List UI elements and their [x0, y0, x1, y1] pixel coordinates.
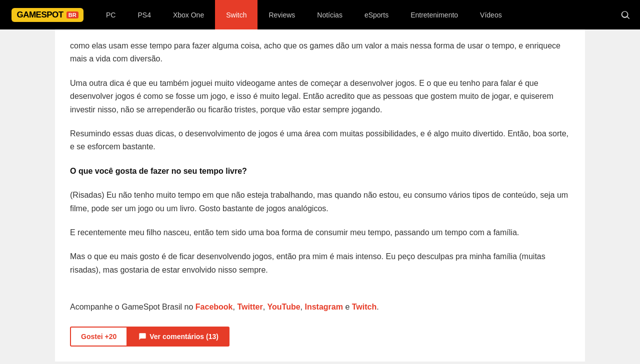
social-link-instagram[interactable]: Instagram — [305, 303, 343, 311]
logo-br-badge: BR — [66, 11, 78, 18]
article-paragraph: E recentemente meu filho nasceu, então t… — [70, 226, 570, 239]
comments-icon — [138, 333, 146, 341]
nav-item-ps4[interactable]: PS4 — [126, 0, 162, 29]
site-header: GAMESPOT BR PCPS4Xbox OneSwitchReviewsNo… — [0, 0, 640, 29]
social-link-twitter[interactable]: Twitter — [237, 303, 262, 311]
actions-bar: Gostei +20 Ver comentários (13) — [70, 327, 570, 362]
social-link-twitch[interactable]: Twitch — [352, 303, 376, 311]
social-links-section: Acompanhe o GameSpot Brasil no Facebook,… — [70, 303, 570, 312]
like-button[interactable]: Gostei +20 — [70, 327, 128, 347]
nav-item-xbox-one[interactable]: Xbox One — [162, 0, 215, 29]
logo-text: GAMESPOT — [16, 10, 63, 20]
article-paragraph: Uma outra dica é que eu também joguei mu… — [70, 77, 570, 116]
comments-button-label: Ver comentários (13) — [150, 333, 218, 341]
nav-item-entretenimento[interactable]: Entretenimento — [400, 0, 469, 29]
article-paragraph: Mas o que eu mais gosto é de ficar desen… — [70, 250, 570, 277]
nav-item-notícias[interactable]: Notícias — [306, 0, 354, 29]
main-nav: PCPS4Xbox OneSwitchReviewsNotíciaseSport… — [95, 0, 610, 29]
article-body: como elas usam esse tempo para fazer alg… — [70, 29, 570, 303]
article-paragraph: (Risadas) Eu não tenho muito tempo em qu… — [70, 189, 570, 215]
nav-item-pc[interactable]: PC — [95, 0, 126, 29]
logo[interactable]: GAMESPOT BR — [0, 0, 95, 29]
article-paragraph: Resumindo essas duas dicas, o desenvolvi… — [70, 127, 570, 154]
search-button[interactable] — [610, 0, 640, 29]
search-icon — [620, 9, 631, 20]
comments-button[interactable]: Ver comentários (13) — [128, 327, 230, 347]
question-paragraph: O que você gosta de fazer no seu tempo l… — [70, 165, 570, 178]
article-paragraph: como elas usam esse tempo para fazer alg… — [70, 39, 570, 66]
nav-item-vídeos[interactable]: Vídeos — [469, 0, 513, 29]
social-link-youtube[interactable]: YouTube — [268, 303, 300, 311]
social-link-facebook[interactable]: Facebook — [196, 303, 233, 311]
nav-item-switch[interactable]: Switch — [215, 0, 258, 29]
nav-item-reviews[interactable]: Reviews — [258, 0, 306, 29]
page-wrapper: como elas usam esse tempo para fazer alg… — [55, 29, 585, 362]
nav-item-esports[interactable]: eSports — [354, 0, 400, 29]
